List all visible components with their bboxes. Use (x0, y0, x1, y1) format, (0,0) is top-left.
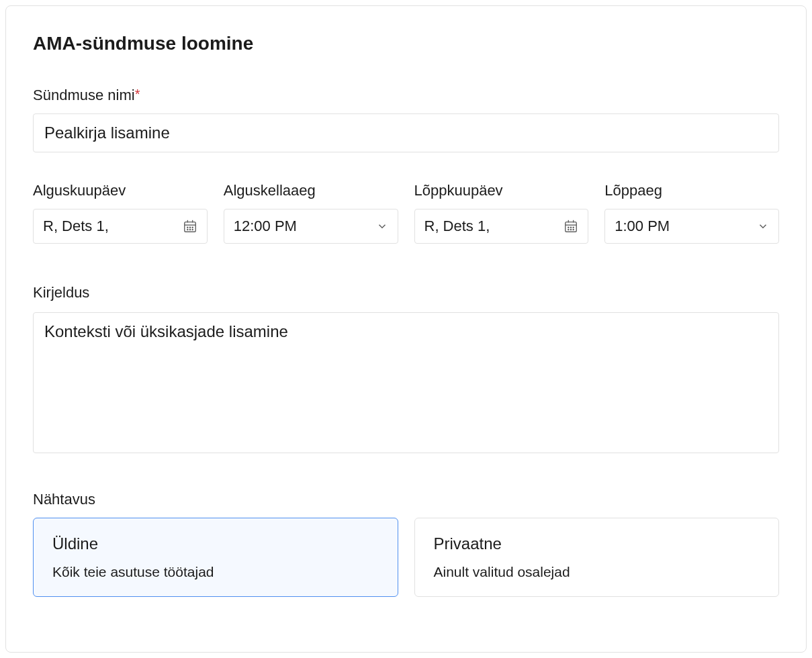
start-date-picker[interactable]: R, Dets 1, (33, 209, 208, 244)
description-label: Kirjeldus (33, 284, 779, 301)
visibility-public-card[interactable]: Üldine Kõik teie asutuse töötajad (33, 518, 398, 597)
chevron-down-icon (757, 220, 769, 232)
visibility-private-card[interactable]: Privaatne Ainult valitud osalejad (414, 518, 780, 597)
end-time-picker[interactable]: 1:00 PM (604, 209, 779, 244)
svg-point-17 (568, 229, 569, 230)
svg-point-8 (189, 229, 190, 230)
calendar-icon (563, 219, 578, 234)
start-time-column: Alguskellaaeg 12:00 PM (224, 182, 398, 244)
end-date-value: R, Dets 1, (424, 218, 490, 235)
start-time-value: 12:00 PM (234, 218, 297, 235)
create-event-dialog: AMA-sündmuse loomine Sündmuse nimi* Algu… (5, 5, 807, 653)
end-time-column: Lõppaeg 1:00 PM (604, 182, 779, 244)
visibility-section: Nähtavus Üldine Kõik teie asutuse töötaj… (33, 491, 779, 597)
date-time-row: Alguskuupäev R, Dets 1, Alguskell (33, 182, 779, 244)
svg-point-19 (573, 229, 574, 230)
svg-point-5 (189, 227, 190, 228)
visibility-private-subtitle: Ainult valitud osalejad (434, 564, 760, 580)
start-date-value: R, Dets 1, (43, 218, 109, 235)
end-date-label: Lõppkuupäev (414, 182, 589, 199)
calendar-icon (183, 219, 197, 234)
visibility-public-subtitle: Kõik teie asutuse töötajad (52, 564, 379, 580)
event-name-field: Sündmuse nimi* (33, 87, 779, 152)
start-date-label: Alguskuupäev (33, 182, 208, 199)
svg-point-6 (192, 227, 193, 228)
end-time-label: Lõppaeg (604, 182, 779, 199)
start-time-label: Alguskellaaeg (224, 182, 398, 199)
description-field: Kirjeldus (33, 284, 779, 456)
end-time-value: 1:00 PM (615, 218, 670, 235)
start-time-picker[interactable]: 12:00 PM (224, 209, 398, 244)
visibility-label: Nähtavus (33, 491, 779, 508)
svg-point-18 (571, 229, 572, 230)
svg-point-4 (187, 227, 188, 228)
required-asterisk: * (135, 87, 140, 101)
visibility-options: Üldine Kõik teie asutuse töötajad Privaa… (33, 518, 779, 597)
start-date-column: Alguskuupäev R, Dets 1, (33, 182, 208, 244)
svg-point-7 (187, 229, 188, 230)
chevron-down-icon (376, 220, 388, 232)
end-date-picker[interactable]: R, Dets 1, (414, 209, 589, 244)
svg-point-9 (192, 229, 193, 230)
visibility-private-title: Privaatne (434, 534, 760, 553)
dialog-title: AMA-sündmuse loomine (33, 33, 779, 54)
svg-point-14 (568, 227, 569, 228)
svg-point-15 (571, 227, 572, 228)
visibility-public-title: Üldine (52, 534, 379, 553)
event-name-input[interactable] (33, 113, 779, 152)
svg-point-16 (573, 227, 574, 228)
end-date-column: Lõppkuupäev R, Dets 1, (414, 182, 589, 244)
description-input[interactable] (33, 312, 779, 453)
event-name-label: Sündmuse nimi* (33, 87, 779, 104)
